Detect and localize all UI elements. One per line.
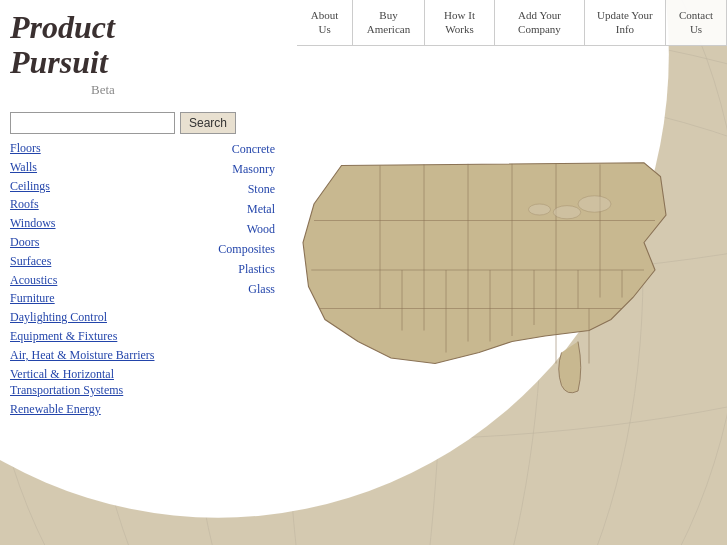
cat-left-item-3[interactable]: Roofs	[10, 196, 175, 213]
us-map-container	[270, 130, 710, 410]
nav-about-us[interactable]: About Us	[297, 0, 353, 45]
search-input[interactable]	[10, 112, 175, 134]
logo-area: Product Pursuit Beta	[10, 10, 115, 98]
cat-left-item-9[interactable]: Daylighting Control	[10, 309, 175, 326]
cat-left-item-2[interactable]: Ceilings	[10, 178, 175, 195]
cat-right-item-0[interactable]: Concrete	[232, 140, 275, 158]
cat-left-item-13[interactable]: Renewable Energy	[10, 401, 175, 418]
cat-right-item-6[interactable]: Plastics	[238, 260, 275, 278]
cat-right-item-2[interactable]: Stone	[248, 180, 275, 198]
cat-left-item-11[interactable]: Air, Heat & Moisture Barriers	[10, 347, 175, 364]
cat-right-item-1[interactable]: Masonry	[232, 160, 275, 178]
cat-left-item-6[interactable]: Surfaces	[10, 253, 175, 270]
cat-right-item-5[interactable]: Composites	[218, 240, 275, 258]
cat-left-item-0[interactable]: Floors	[10, 140, 175, 157]
cat-left-item-7[interactable]: Acoustics	[10, 272, 175, 289]
nav-buy-american[interactable]: Buy American	[353, 0, 425, 45]
svg-point-35	[578, 196, 611, 213]
category-col-right: ConcreteMasonryStoneMetalWoodCompositesP…	[175, 140, 275, 418]
cat-right-item-7[interactable]: Glass	[248, 280, 275, 298]
logo-line2: Pursuit	[10, 44, 108, 80]
svg-point-36	[553, 206, 581, 219]
cat-left-item-1[interactable]: Walls	[10, 159, 175, 176]
nav-how-it-works[interactable]: How It Works	[425, 0, 495, 45]
logo-beta: Beta	[10, 82, 115, 98]
cat-left-item-10[interactable]: Equipment & Fixtures	[10, 328, 175, 345]
nav-contact-us[interactable]: Contact Us	[666, 0, 727, 45]
search-button[interactable]: Search	[180, 112, 236, 134]
nav-bar: About Us Buy American How It Works Add Y…	[297, 0, 727, 46]
svg-point-37	[529, 204, 551, 215]
nav-update-info[interactable]: Update Your Info	[585, 0, 666, 45]
logo-line1: Product	[10, 9, 115, 45]
cat-left-item-12[interactable]: Vertical & Horizontal Transportation Sys…	[10, 366, 175, 400]
categories-container: FloorsWallsCeilingsRoofsWindowsDoorsSurf…	[10, 140, 275, 418]
cat-right-item-3[interactable]: Metal	[247, 200, 275, 218]
cat-left-item-4[interactable]: Windows	[10, 215, 175, 232]
cat-left-item-8[interactable]: Furniture	[10, 290, 175, 307]
us-map-svg	[270, 130, 710, 410]
cat-right-item-4[interactable]: Wood	[247, 220, 275, 238]
cat-left-item-5[interactable]: Doors	[10, 234, 175, 251]
logo-title: Product Pursuit	[10, 10, 115, 80]
category-col-left: FloorsWallsCeilingsRoofsWindowsDoorsSurf…	[10, 140, 175, 418]
nav-add-company[interactable]: Add Your Company	[495, 0, 585, 45]
search-bar: Search	[10, 112, 236, 134]
